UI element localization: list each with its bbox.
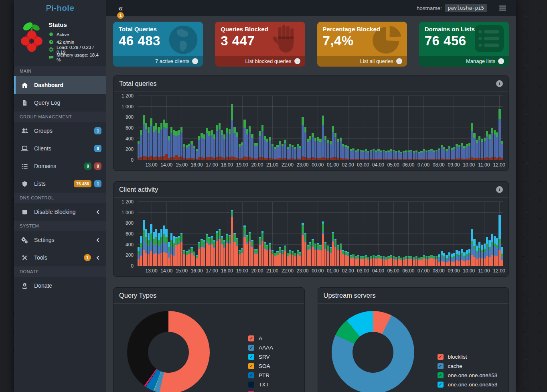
legend-label: blocklist bbox=[448, 354, 467, 360]
bar-segment-client-4 bbox=[484, 244, 486, 249]
legend-item-one-one-one-one-53[interactable]: ✓one.one.one.one#53 bbox=[438, 372, 498, 378]
legend-item-one-one-one-one-53[interactable]: ✓one.one.one.one#53 bbox=[438, 382, 498, 388]
bar-segment-client-2 bbox=[163, 242, 165, 252]
bar-segment-client-4 bbox=[471, 229, 473, 241]
sidebar-item-donate[interactable]: $Donate bbox=[14, 277, 106, 295]
sidebar-item-clients[interactable]: Clients0 bbox=[14, 140, 106, 157]
bar-segment-client-4 bbox=[145, 229, 147, 237]
bar-segment-client-3 bbox=[203, 242, 205, 247]
bar-segment-client-3 bbox=[143, 230, 145, 239]
stacked-bar bbox=[254, 249, 256, 266]
cpu-icon bbox=[49, 47, 54, 52]
bar-segment-blocked bbox=[175, 155, 177, 160]
stacked-bar bbox=[413, 257, 415, 266]
bar-segment-cached bbox=[203, 134, 205, 139]
bar-segment-blocked bbox=[312, 157, 314, 160]
sidebar-item-domains[interactable]: Domains00 bbox=[14, 157, 106, 175]
bar-segment-cached bbox=[327, 140, 329, 143]
stacked-bar bbox=[355, 150, 357, 160]
card-footer-link[interactable]: Manage lists→ bbox=[419, 56, 509, 67]
card-footer-link[interactable]: List blocked queries→ bbox=[215, 56, 305, 67]
sidebar-item-tools[interactable]: Tools1 bbox=[14, 249, 106, 266]
sidebar-collapse-button[interactable]: « 1 bbox=[116, 4, 125, 12]
bar-segment-client-1 bbox=[373, 258, 375, 266]
card-footer-link[interactable]: 7 active clients→ bbox=[113, 56, 203, 67]
x-axis-label: 11:00 bbox=[478, 162, 490, 168]
legend-item-txt[interactable]: ✓TXT bbox=[248, 382, 276, 388]
sidebar-item-dashboard[interactable]: Dashboard bbox=[14, 76, 106, 94]
legend-item-srv[interactable]: ✓SRV bbox=[248, 354, 276, 360]
legend-item-aaaa[interactable]: ✓AAAA bbox=[248, 345, 276, 351]
bar-segment-blocked bbox=[360, 159, 362, 160]
bar-segment-cached bbox=[213, 134, 215, 139]
card-footer-link[interactable]: List all queries→ bbox=[317, 56, 407, 67]
stacked-bar bbox=[430, 255, 432, 266]
legend-checkbox-icon: ✓ bbox=[438, 372, 444, 378]
stacked-bar bbox=[418, 258, 420, 266]
sidebar-item-settings[interactable]: Settings bbox=[14, 231, 106, 249]
hamburger-menu-icon[interactable] bbox=[499, 4, 506, 12]
bar-segment-client-1 bbox=[294, 256, 296, 266]
stacked-bar bbox=[377, 149, 379, 160]
stacked-bar bbox=[400, 152, 402, 160]
bar-segment-forwarded bbox=[330, 144, 332, 158]
bar-segment-client-1 bbox=[415, 259, 417, 266]
bar-segment-client-2 bbox=[160, 244, 162, 253]
legend-item-cache[interactable]: ✓cache bbox=[438, 363, 498, 369]
pihole-logo[interactable]: Pi-hole bbox=[14, 0, 106, 16]
stacked-bar bbox=[302, 117, 304, 160]
y-axis-tick: 400 bbox=[126, 136, 134, 142]
sidebar-item-disable-blocking[interactable]: Disable Blocking bbox=[14, 203, 106, 221]
bar-segment-client-1 bbox=[355, 259, 357, 266]
x-axis-label: 08:00 bbox=[433, 162, 445, 168]
legend-item-ptr[interactable]: ✓PTR bbox=[248, 372, 276, 378]
bar-segment-forwarded bbox=[501, 144, 503, 158]
bar-segment-forwarded bbox=[279, 144, 281, 158]
stacked-bar bbox=[193, 252, 195, 266]
bar-segment-client-4 bbox=[451, 254, 453, 257]
legend-item-a[interactable]: ✓A bbox=[248, 335, 276, 341]
bar-segment-client-3 bbox=[188, 250, 190, 254]
bar-segment-cached bbox=[309, 136, 311, 140]
sidebar-item-lists[interactable]: Lists76 4561 bbox=[14, 175, 106, 193]
bar-segment-cached bbox=[236, 132, 238, 137]
stacked-bar bbox=[360, 256, 362, 266]
x-axis-label: 02:00 bbox=[342, 268, 354, 274]
bar-segment-client-3 bbox=[287, 253, 289, 256]
upstream-servers-donut-chart bbox=[332, 311, 414, 392]
bar-segment-forwarded bbox=[385, 152, 387, 159]
bar-segment-client-2 bbox=[148, 246, 150, 255]
update-notification-badge[interactable]: 1 bbox=[117, 12, 124, 19]
bar-segment-blocked bbox=[473, 158, 475, 160]
sidebar-item-label: Domains bbox=[34, 163, 56, 169]
bar-segment-forwarded bbox=[367, 152, 369, 159]
stacked-bar bbox=[271, 144, 274, 160]
bar-segment-client-1 bbox=[446, 262, 448, 266]
stacked-bar bbox=[415, 150, 417, 160]
stacked-bar bbox=[463, 252, 465, 266]
stacked-bar bbox=[294, 147, 296, 160]
bar-segment-client-3 bbox=[294, 253, 296, 256]
legend-item-blocklist[interactable]: ✓blocklist bbox=[438, 354, 498, 360]
bar-segment-cached bbox=[317, 137, 319, 141]
sidebar-item-groups[interactable]: Groups1 bbox=[14, 122, 106, 140]
legend-item-soa[interactable]: ✓SOA bbox=[248, 363, 276, 369]
bar-segment-forwarded bbox=[486, 136, 488, 158]
bar-segment-forwarded bbox=[370, 151, 372, 159]
stacked-bar bbox=[229, 235, 231, 266]
bar-segment-cached bbox=[334, 133, 336, 137]
info-icon[interactable]: i bbox=[496, 186, 503, 193]
bar-segment-client-3 bbox=[282, 251, 284, 254]
info-icon[interactable]: i bbox=[496, 80, 503, 87]
sidebar-item-query-log[interactable]: Query Log bbox=[14, 94, 106, 112]
stacked-bar bbox=[357, 149, 359, 160]
x-axis-label: 21:00 bbox=[266, 162, 278, 168]
stacked-bar bbox=[501, 247, 503, 266]
bar-segment-forwarded bbox=[395, 152, 397, 159]
bar-segment-forwarded bbox=[266, 142, 268, 158]
bar-segment-blocked bbox=[491, 157, 493, 160]
sidebar-section-label: SYSTEM bbox=[14, 221, 106, 231]
bar-segment-cached bbox=[216, 125, 218, 131]
bar-segment-client-1 bbox=[425, 259, 427, 266]
bar-segment-blocked bbox=[347, 159, 349, 160]
